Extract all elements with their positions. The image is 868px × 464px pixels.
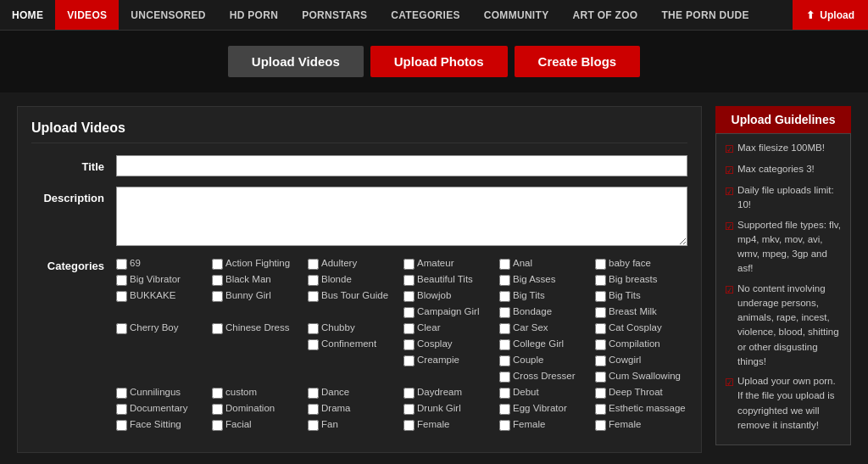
category-checkbox[interactable] bbox=[499, 339, 510, 350]
category-item: baby face bbox=[595, 256, 687, 271]
top-nav: HOME VIDEOS UNCENSORED HD PORN PORNSTARS… bbox=[0, 0, 868, 31]
category-checkbox[interactable] bbox=[403, 388, 415, 399]
category-checkbox[interactable] bbox=[595, 291, 606, 302]
category-label: custom bbox=[225, 386, 257, 399]
category-checkbox[interactable] bbox=[212, 420, 223, 431]
category-checkbox[interactable] bbox=[403, 259, 415, 270]
nav-community[interactable]: COMMUNITY bbox=[472, 0, 561, 30]
category-checkbox[interactable] bbox=[595, 339, 606, 350]
category-checkbox[interactable] bbox=[499, 355, 510, 366]
category-item: Blonde bbox=[308, 272, 400, 287]
category-checkbox[interactable] bbox=[595, 355, 606, 366]
sidebar-guidelines: Upload Guidelines ☑Max filesize 100MB!☑M… bbox=[715, 106, 851, 453]
categories-row: Categories 69Action FightingAdulteryAmat… bbox=[31, 256, 687, 432]
nav-theporndude[interactable]: THE PORN DUDE bbox=[649, 0, 760, 30]
guideline-item: ☑No content involving underage persons, … bbox=[725, 282, 842, 370]
category-label: Chinese Dress bbox=[225, 321, 289, 334]
category-label: 69 bbox=[130, 257, 141, 270]
category-checkbox[interactable] bbox=[499, 323, 510, 334]
category-item: Big Tits bbox=[595, 288, 687, 303]
category-checkbox[interactable] bbox=[403, 355, 415, 366]
category-checkbox[interactable] bbox=[308, 291, 319, 302]
category-label: Cunnilingus bbox=[130, 386, 181, 399]
nav-videos[interactable]: VIDEOS bbox=[55, 0, 119, 30]
category-checkbox[interactable] bbox=[308, 275, 319, 286]
category-checkbox[interactable] bbox=[212, 404, 223, 415]
category-checkbox[interactable] bbox=[403, 420, 415, 431]
category-item: Drama bbox=[308, 401, 400, 416]
category-checkbox[interactable] bbox=[499, 259, 510, 270]
category-item: Compilation bbox=[595, 337, 687, 351]
category-checkbox[interactable] bbox=[403, 404, 415, 415]
category-checkbox[interactable] bbox=[308, 404, 319, 415]
category-checkbox[interactable] bbox=[499, 372, 510, 383]
category-checkbox[interactable] bbox=[595, 307, 606, 318]
category-checkbox[interactable] bbox=[403, 323, 415, 334]
category-checkbox[interactable] bbox=[499, 307, 510, 318]
category-checkbox[interactable] bbox=[403, 291, 415, 302]
category-label: Cat Cosplay bbox=[609, 321, 662, 334]
nav-categories[interactable]: CATEGORIES bbox=[379, 0, 471, 30]
category-checkbox[interactable] bbox=[499, 404, 510, 415]
category-checkbox[interactable] bbox=[499, 420, 510, 431]
category-item: Clear bbox=[403, 321, 496, 335]
category-checkbox[interactable] bbox=[499, 291, 510, 302]
category-checkbox[interactable] bbox=[116, 420, 127, 431]
nav-home[interactable]: HOME bbox=[0, 0, 55, 30]
category-checkbox[interactable] bbox=[595, 323, 606, 334]
category-item: Face Sitting bbox=[116, 417, 209, 432]
category-checkbox[interactable] bbox=[116, 275, 127, 286]
category-checkbox[interactable] bbox=[116, 323, 127, 334]
category-item: Creampie bbox=[403, 353, 496, 367]
category-checkbox[interactable] bbox=[116, 388, 127, 399]
upload-button[interactable]: ⬆ Upload bbox=[793, 0, 868, 30]
tab-upload-videos[interactable]: Upload Videos bbox=[228, 46, 364, 77]
tab-upload-photos[interactable]: Upload Photos bbox=[370, 46, 508, 77]
nav-hdporn[interactable]: HD PORN bbox=[218, 0, 290, 30]
category-label: Daydream bbox=[417, 386, 462, 399]
category-label: Dance bbox=[321, 386, 349, 399]
category-checkbox[interactable] bbox=[308, 339, 319, 350]
category-label: Car Sex bbox=[513, 321, 548, 334]
title-input[interactable] bbox=[116, 155, 687, 176]
category-checkbox[interactable] bbox=[212, 275, 223, 286]
category-label: Female bbox=[417, 418, 449, 431]
category-item: Blowjob bbox=[403, 288, 496, 303]
check-icon: ☑ bbox=[725, 375, 734, 390]
category-checkbox[interactable] bbox=[308, 323, 319, 334]
category-label: Adultery bbox=[321, 257, 357, 270]
category-checkbox[interactable] bbox=[403, 275, 415, 286]
nav-uncensored[interactable]: UNCENSORED bbox=[119, 0, 217, 30]
category-checkbox[interactable] bbox=[595, 404, 606, 415]
category-checkbox[interactable] bbox=[595, 420, 606, 431]
title-label: Title bbox=[31, 155, 116, 173]
category-checkbox[interactable] bbox=[212, 259, 223, 270]
description-input[interactable] bbox=[116, 187, 687, 246]
category-checkbox[interactable] bbox=[308, 259, 319, 270]
category-checkbox[interactable] bbox=[595, 388, 606, 399]
nav-pornstars[interactable]: PORNSTARS bbox=[290, 0, 379, 30]
category-checkbox[interactable] bbox=[212, 291, 223, 302]
category-item: Bus Tour Guide bbox=[308, 288, 400, 303]
category-checkbox[interactable] bbox=[116, 259, 127, 270]
category-label: Bunny Girl bbox=[225, 289, 271, 302]
nav-artofzoo[interactable]: ART OF ZOO bbox=[560, 0, 649, 30]
category-checkbox[interactable] bbox=[308, 420, 319, 431]
category-item: Female bbox=[595, 417, 687, 432]
category-checkbox[interactable] bbox=[403, 307, 415, 318]
category-checkbox[interactable] bbox=[595, 275, 606, 286]
category-item: Female bbox=[499, 417, 592, 432]
category-checkbox[interactable] bbox=[403, 339, 415, 350]
tab-create-blogs[interactable]: Create Blogs bbox=[515, 46, 641, 77]
category-checkbox[interactable] bbox=[116, 291, 127, 302]
category-checkbox[interactable] bbox=[595, 372, 606, 383]
category-item: Confinement bbox=[308, 337, 400, 351]
category-checkbox[interactable] bbox=[116, 404, 127, 415]
category-checkbox[interactable] bbox=[499, 275, 510, 286]
category-checkbox[interactable] bbox=[499, 388, 510, 399]
category-checkbox[interactable] bbox=[595, 259, 606, 270]
category-label: Deep Throat bbox=[609, 386, 663, 399]
category-checkbox[interactable] bbox=[212, 388, 223, 399]
category-checkbox[interactable] bbox=[308, 388, 319, 399]
category-checkbox[interactable] bbox=[212, 323, 223, 334]
